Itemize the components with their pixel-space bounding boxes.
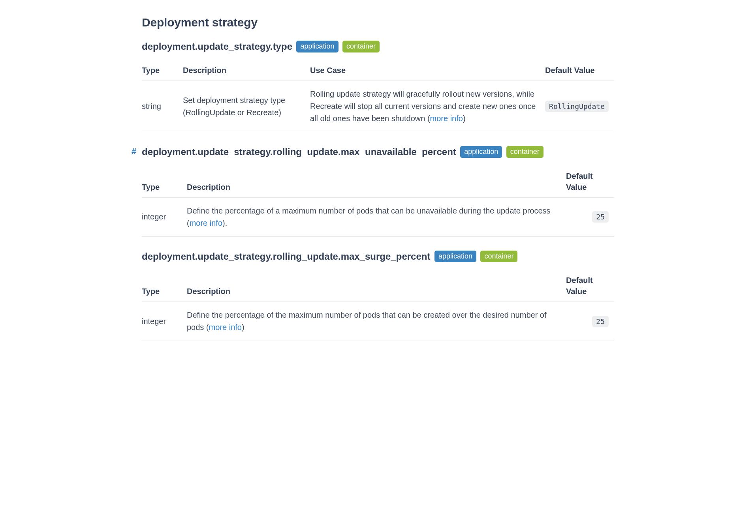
col-header-description: Description xyxy=(183,60,310,81)
default-value-code: 25 xyxy=(592,211,609,223)
cell-type: string xyxy=(142,81,183,132)
more-info-link[interactable]: more info xyxy=(190,219,222,227)
table-row: string Set deployment strategy type (Rol… xyxy=(142,81,614,132)
config-table: Type Description Default Value integer D… xyxy=(142,270,614,341)
cell-description: Define the percentage of the maximum num… xyxy=(187,302,566,341)
cell-default: 25 xyxy=(566,302,614,341)
col-header-type: Type xyxy=(142,166,187,198)
badge-application: application xyxy=(296,41,338,52)
description-text-post: ) xyxy=(242,323,244,332)
cell-description: Define the percentage of a maximum numbe… xyxy=(187,197,566,236)
default-value-code: 25 xyxy=(592,316,609,327)
col-header-default: Default Value xyxy=(566,166,614,198)
col-header-description: Description xyxy=(187,270,566,302)
table-row: integer Define the percentage of a maxim… xyxy=(142,197,614,236)
cell-default: RollingUpdate xyxy=(545,81,614,132)
config-block: deployment.update_strategy.rolling_updat… xyxy=(142,250,614,341)
config-key: deployment.update_strategy.type xyxy=(142,41,292,52)
config-heading-row: deployment.update_strategy.rolling_updat… xyxy=(142,250,614,263)
more-info-link[interactable]: more info xyxy=(209,323,242,332)
config-heading-row: deployment.update_strategy.rolling_updat… xyxy=(142,146,614,158)
badge-container: container xyxy=(342,41,380,52)
section-title: Deployment strategy xyxy=(142,16,614,29)
badge-container: container xyxy=(480,251,517,262)
col-header-default: Default Value xyxy=(566,270,614,302)
anchor-hash-link[interactable]: # xyxy=(132,146,136,157)
col-header-type: Type xyxy=(142,270,187,302)
col-header-default: Default Value xyxy=(545,60,614,81)
more-info-link[interactable]: more info xyxy=(430,114,463,123)
config-table: Type Description Use Case Default Value … xyxy=(142,60,614,132)
col-header-use-case: Use Case xyxy=(310,60,545,81)
config-table: Type Description Default Value integer D… xyxy=(142,166,614,237)
cell-default: 25 xyxy=(566,197,614,236)
default-value-code: RollingUpdate xyxy=(545,101,609,112)
badge-application: application xyxy=(460,146,502,158)
col-header-description: Description xyxy=(187,166,566,198)
badge-container: container xyxy=(506,146,543,158)
config-key: deployment.update_strategy.rolling_updat… xyxy=(142,251,430,262)
config-heading-row: deployment.update_strategy.type applicat… xyxy=(142,40,614,53)
cell-use-case: Rolling update strategy will gracefully … xyxy=(310,81,545,132)
cell-description: Set deployment strategy type (RollingUpd… xyxy=(183,81,310,132)
use-case-text-post: ) xyxy=(463,114,466,123)
badge-application: application xyxy=(434,251,476,262)
cell-type: integer xyxy=(142,302,187,341)
cell-type: integer xyxy=(142,197,187,236)
use-case-text-pre: Rolling update strategy will gracefully … xyxy=(310,90,536,123)
page-root: Deployment strategy deployment.update_st… xyxy=(125,0,631,362)
description-text-pre: Define the percentage of a maximum numbe… xyxy=(187,206,551,227)
col-header-type: Type xyxy=(142,60,183,81)
table-row: integer Define the percentage of the max… xyxy=(142,302,614,341)
config-block: # deployment.update_strategy.rolling_upd… xyxy=(142,146,614,236)
config-block: deployment.update_strategy.type applicat… xyxy=(142,40,614,132)
config-key: deployment.update_strategy.rolling_updat… xyxy=(142,146,456,157)
description-text-post: ). xyxy=(222,219,227,227)
